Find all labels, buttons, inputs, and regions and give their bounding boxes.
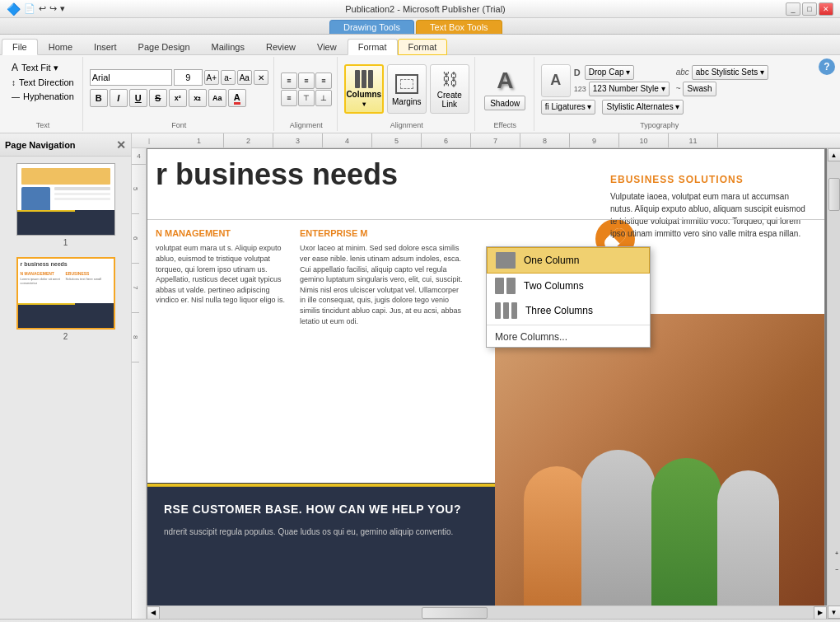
scroll-step-down[interactable]: + — [835, 550, 838, 556]
ribbon-tabs: File Home Insert Page Design Mailings Re… — [0, 35, 840, 55]
ebiz-heading: EBUSINESS SOLUTIONS — [610, 174, 808, 185]
ruler-mark-4: 4 — [323, 133, 372, 147]
stylistic-sets-button[interactable]: abc Stylistic Sets ▾ — [692, 65, 768, 80]
scroll-right-button[interactable]: ▶ — [814, 606, 827, 620]
main-area: Page Navigation ✕ 1 — [0, 133, 840, 619]
font-clear[interactable]: ✕ — [254, 70, 268, 85]
page-thumbnails: 1 r business needs N MANAGEMENT Lorem ip… — [0, 157, 131, 619]
scroll-left-button[interactable]: ◀ — [147, 606, 160, 620]
tab-view[interactable]: View — [306, 39, 348, 54]
typography-group-label: Typography — [640, 119, 679, 129]
tab-review[interactable]: Review — [255, 39, 306, 54]
text-direction-button[interactable]: ↕ Text Direction — [8, 76, 77, 89]
align-right-button[interactable]: ≡ — [315, 72, 332, 89]
column2: ENTERPRISE M Uxor laceo at minim. Sed se… — [300, 227, 464, 326]
page-2-container: r business needs N MANAGEMENT Lorem ipsu… — [7, 257, 124, 341]
page-heading: r business needs — [156, 157, 398, 192]
font-name-input[interactable] — [90, 69, 172, 86]
columns-button[interactable]: Columns ▾ — [344, 64, 384, 114]
italic-button[interactable]: I — [110, 89, 128, 107]
drop-cap-button[interactable]: Drop Cap ▾ — [585, 65, 635, 80]
swash-button[interactable]: Swash — [683, 82, 716, 96]
scroll-track[interactable]: + − — [828, 161, 840, 606]
ligatures-button[interactable]: fi Ligatures ▾ — [541, 100, 596, 115]
ruler-mark-1: 1 — [175, 133, 224, 147]
tab-file[interactable]: File — [2, 39, 38, 55]
superscript-button[interactable]: x² — [169, 89, 187, 107]
textbox-tools-tab-header[interactable]: Text Box Tools — [416, 20, 502, 34]
right-scrollbar: ▲ + − ▼ — [827, 148, 840, 619]
tab-page-design[interactable]: Page Design — [128, 39, 201, 54]
ribbon: A Text Fit ▾ ↕ Text Direction — Hyphenat… — [0, 55, 840, 133]
align-bottom-button[interactable]: ⊥ — [315, 90, 332, 106]
more-columns-option[interactable]: More Columns... — [487, 327, 650, 347]
page-2-thumbnail[interactable]: r business needs N MANAGEMENT Lorem ipsu… — [16, 257, 115, 330]
close-button[interactable]: ✕ — [819, 2, 833, 16]
typography-a-large: A — [541, 64, 571, 97]
columns-group-label: Alignment — [390, 119, 423, 129]
panel-header: Page Navigation ✕ — [0, 133, 131, 157]
bold-button[interactable]: B — [90, 89, 108, 107]
tab-format-textbox[interactable]: Format — [398, 39, 448, 55]
tab-insert[interactable]: Insert — [83, 39, 128, 54]
help-button[interactable]: ? — [819, 58, 835, 75]
font-size-decrease[interactable]: a- — [221, 70, 236, 85]
scroll-down-button[interactable]: ▼ — [828, 606, 841, 619]
canvas-area: | 1 2 3 4 5 6 7 8 9 10 11 4 5 6 7 8 r bu… — [132, 133, 840, 619]
case-button[interactable]: Aa — [208, 89, 226, 107]
three-columns-option[interactable]: Three Columns — [487, 298, 650, 323]
ruler-mark-11: 11 — [669, 133, 718, 147]
underline-button[interactable]: U — [129, 89, 147, 107]
scroll-thumb[interactable] — [828, 178, 840, 211]
stylistic-alternates-button[interactable]: Stylistic Alternates ▾ — [602, 100, 684, 115]
ruler-mark-7: 7 — [471, 133, 520, 147]
h-scroll-thumb[interactable] — [422, 607, 488, 619]
one-column-option[interactable]: One Column — [487, 247, 650, 274]
subscript-button[interactable]: x₂ — [189, 89, 207, 107]
tab-home[interactable]: Home — [38, 39, 83, 54]
tab-mailings[interactable]: Mailings — [201, 39, 255, 54]
bottom-heading: RSE CUSTOMER BASE. HOW CAN WE HELP YOU? — [164, 503, 461, 516]
align-center-button[interactable]: ≡ — [298, 72, 315, 89]
window-controls[interactable]: _ □ ✕ — [786, 2, 833, 16]
divider-line — [147, 219, 824, 220]
col1-text: volutpat eum mara ut s. Aliquip exputo a… — [156, 243, 292, 306]
align-top-button[interactable]: ⊤ — [298, 90, 315, 106]
align-justify-button[interactable]: ≡ — [281, 90, 297, 106]
ebiz-text: Vulputate iaoea, volutpat eum mara ut ac… — [610, 190, 808, 240]
dropdown-divider — [487, 325, 650, 325]
restore-button[interactable]: □ — [802, 2, 817, 16]
horizontal-scrollbar: ◀ ▶ — [147, 606, 827, 619]
status-bar: Page: 2 of 2 4,92; 4,05 in. 2,20 x 2,16 … — [0, 619, 840, 622]
page-2-label: 2 — [63, 332, 68, 341]
font-format-row: B I U S x² x₂ Aa A — [90, 89, 268, 107]
col1-heading: N MANAGEMENT — [156, 227, 292, 240]
minimize-button[interactable]: _ — [786, 2, 800, 16]
panel-close-button[interactable]: ✕ — [116, 139, 126, 151]
font-size-increase[interactable]: A+ — [204, 70, 219, 85]
scroll-up-button[interactable]: ▲ — [828, 148, 841, 161]
bottom-text: ndrerit suscipit regula populus. Quae lu… — [164, 527, 478, 536]
font-size-input[interactable] — [174, 69, 203, 86]
font-color-button[interactable]: A — [228, 89, 246, 107]
align-left-button[interactable]: ≡ — [281, 72, 297, 89]
text-fit-button[interactable]: A Text Fit ▾ — [8, 60, 62, 75]
window-title: Publication2 - Microsoft Publisher (Tria… — [65, 4, 786, 14]
hyphenation-button[interactable]: — Hyphenation — [8, 90, 77, 103]
number-style-button[interactable]: 123 Number Style ▾ — [589, 82, 670, 96]
tab-format-drawing[interactable]: Format — [348, 39, 398, 55]
ruler-mark-2: 2 — [224, 133, 273, 147]
page-1-container: 1 — [7, 163, 124, 247]
margins-button[interactable]: Margins — [387, 64, 427, 114]
create-link-button[interactable]: ⛓ Create Link — [430, 64, 469, 114]
page-1-thumbnail[interactable] — [16, 163, 115, 236]
strikethrough-button[interactable]: S — [149, 89, 167, 107]
drawing-tools-tab-header[interactable]: Drawing Tools — [329, 20, 414, 34]
alignment-grid: ≡ ≡ ≡ ≡ ⊤ ⊥ — [281, 72, 332, 106]
font-name-row: A+ a- Aa ✕ — [90, 69, 268, 86]
shadow-button[interactable]: Shadow — [484, 96, 525, 110]
two-columns-option[interactable]: Two Columns — [487, 274, 650, 298]
h-scroll-track[interactable] — [160, 606, 814, 619]
scroll-step-up[interactable]: − — [835, 567, 838, 573]
font-abc[interactable]: Aa — [237, 70, 252, 85]
